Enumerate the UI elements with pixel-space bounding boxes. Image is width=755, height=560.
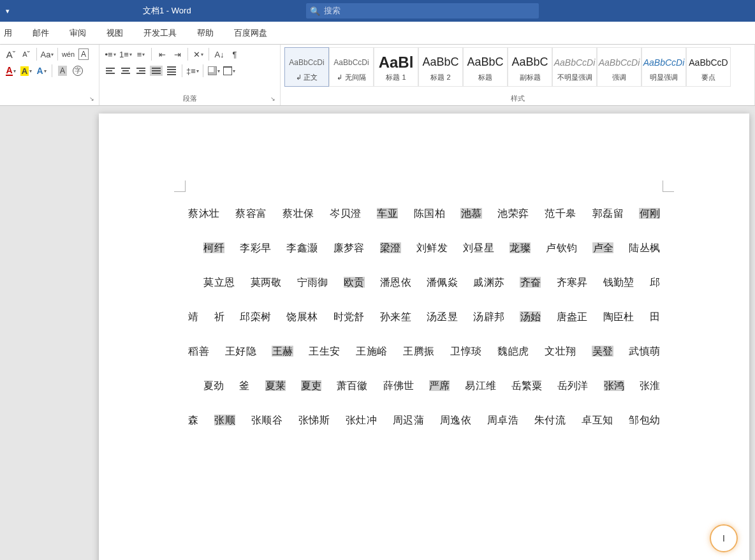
bullets-button[interactable]: •≡▾ <box>103 47 117 61</box>
document-page[interactable]: 蔡沐壮蔡容富蔡壮保岑贝澄车亚陈国柏池慕池荣弈范千皋郭磊留何刚柯纤李彩早李鑫灏廉梦… <box>99 114 749 560</box>
name-text[interactable]: 张悌斯 <box>298 415 330 425</box>
style-item[interactable]: AaBbCcDi强调 <box>597 47 641 87</box>
search-box[interactable]: 🔍 搜索 <box>306 3 539 18</box>
name-text[interactable]: 何刚 <box>639 208 660 219</box>
name-text[interactable]: 易江维 <box>465 380 495 391</box>
name-text[interactable]: 陆丛枫 <box>629 242 660 253</box>
style-item[interactable]: AaBbCcDi明显强调 <box>641 47 686 87</box>
name-text[interactable]: 岳列洋 <box>557 380 588 391</box>
style-item[interactable]: AaBl标题 1 <box>374 47 418 87</box>
justify-button[interactable] <box>149 64 163 78</box>
name-text[interactable]: 池慕 <box>460 208 482 219</box>
name-text[interactable]: 刘鲜发 <box>416 242 448 253</box>
name-text[interactable]: 张顺谷 <box>251 415 282 425</box>
name-text[interactable]: 孙来笙 <box>380 311 411 322</box>
name-text[interactable]: 薛佛世 <box>383 380 414 391</box>
ribbon-tab[interactable]: 帮助 <box>187 22 224 44</box>
change-case-button[interactable]: Aa▾ <box>40 47 54 61</box>
name-text[interactable]: 蔡容富 <box>235 208 267 219</box>
ribbon-tab[interactable]: 百度网盘 <box>224 22 277 44</box>
numbering-button[interactable]: 1≡▾ <box>119 47 133 61</box>
asian-layout-button[interactable]: ✕▾ <box>191 47 205 61</box>
name-text[interactable]: 郭磊留 <box>592 208 624 219</box>
style-item[interactable]: AaBbC副标题 <box>508 47 552 87</box>
name-text[interactable]: 周卓浩 <box>487 415 518 425</box>
name-text[interactable]: 张鸿 <box>604 380 624 391</box>
name-text[interactable]: 唐盎正 <box>556 311 587 322</box>
char-border-button[interactable]: A <box>77 47 91 61</box>
align-right-button[interactable] <box>134 64 148 78</box>
name-text[interactable]: 夏劲 <box>203 380 224 391</box>
text-effects-button[interactable]: A▾ <box>34 64 48 78</box>
name-text[interactable]: 戚渊苏 <box>473 277 504 288</box>
name-text[interactable]: 莫立恩 <box>203 277 235 288</box>
name-text[interactable]: 卢钦钧 <box>546 242 577 253</box>
char-shading-button[interactable]: A <box>55 64 70 78</box>
ribbon-tab[interactable]: 审阅 <box>59 22 96 44</box>
name-text[interactable]: 汤始 <box>520 311 541 322</box>
style-item[interactable]: AaBbC标题 <box>463 47 508 87</box>
document-body[interactable]: 蔡沐壮蔡容富蔡壮保岑贝澄车亚陈国柏池慕池荣弈范千皋郭磊留何刚柯纤李彩早李鑫灏廉梦… <box>188 196 660 472</box>
name-text[interactable]: 王施峪 <box>356 346 388 357</box>
name-text[interactable]: 岑贝澄 <box>330 208 362 219</box>
font-dialog-launcher[interactable]: ↘ <box>89 96 97 103</box>
decrease-indent-button[interactable]: ⇤ <box>155 47 169 61</box>
ribbon-tab[interactable]: 开发工具 <box>133 22 187 44</box>
style-item[interactable]: AaBbCcDi↲ 无间隔 <box>329 47 374 87</box>
name-text[interactable]: 卓互知 <box>582 415 613 425</box>
align-left-button[interactable] <box>103 64 117 78</box>
name-text[interactable]: 朱付流 <box>534 415 566 425</box>
name-text[interactable]: 柯纤 <box>203 242 224 253</box>
name-text[interactable]: 周迟蒲 <box>392 415 424 425</box>
name-text[interactable]: 文壮翔 <box>545 346 576 357</box>
name-text[interactable]: 王好隐 <box>224 346 256 357</box>
name-text[interactable]: 卢全 <box>592 242 613 253</box>
styles-gallery[interactable]: AaBbCcDi↲ 正文AaBbCcDi↲ 无间隔AaBl标题 1AaBbC标题… <box>284 47 751 87</box>
name-text[interactable]: 汤辟邦 <box>473 311 504 322</box>
ribbon-tab[interactable]: 邮件 <box>22 22 59 44</box>
name-text[interactable]: 釜 <box>239 380 249 391</box>
name-text[interactable]: 潘佩焱 <box>427 277 458 288</box>
name-text[interactable]: 王腾振 <box>403 346 435 357</box>
style-item[interactable]: AaBbCcDi↲ 正文 <box>284 47 329 87</box>
name-text[interactable]: 蔡沐壮 <box>188 208 220 219</box>
name-text[interactable]: 宁雨御 <box>297 277 328 288</box>
name-text[interactable]: 车亚 <box>377 208 399 219</box>
multilevel-list-button[interactable]: ≡▾ <box>134 47 148 61</box>
name-text[interactable]: 王赫 <box>272 346 293 357</box>
name-text[interactable]: 邱栾树 <box>240 311 271 322</box>
increase-indent-button[interactable]: ⇥ <box>170 47 184 61</box>
name-text[interactable]: 刘昼星 <box>463 242 494 253</box>
name-text[interactable]: 钱勤堃 <box>603 277 634 288</box>
name-text[interactable]: 周逸依 <box>439 415 471 425</box>
enclose-char-button[interactable]: 字 <box>71 64 85 78</box>
style-item[interactable]: AaBbCcDi不明显强调 <box>552 47 597 87</box>
font-shrink-button[interactable]: Aˇ <box>19 47 33 61</box>
sort-button[interactable]: A↓ <box>212 47 226 61</box>
style-item[interactable]: AaBbC标题 2 <box>418 47 463 87</box>
name-text[interactable]: 邹包幼 <box>629 415 661 425</box>
name-text[interactable]: 李彩早 <box>240 242 271 253</box>
name-text[interactable]: 齐奋 <box>520 277 541 288</box>
name-text[interactable]: 岳繁粟 <box>511 380 542 391</box>
name-text[interactable]: 欧贡 <box>344 277 365 288</box>
qat-customize-dropdown[interactable]: ▾ <box>0 7 15 15</box>
ribbon-tab[interactable]: 视图 <box>96 22 133 44</box>
highlight-button[interactable]: A▾ <box>19 64 33 78</box>
name-text[interactable]: 吴登 <box>592 346 613 357</box>
name-text[interactable]: 时党舒 <box>333 311 364 322</box>
name-text[interactable]: 张顺 <box>214 415 236 425</box>
name-text[interactable]: 祈 <box>214 311 224 322</box>
borders-button[interactable]: ▾ <box>222 64 236 78</box>
name-text[interactable]: 严席 <box>429 380 450 391</box>
name-text[interactable]: 潘恩依 <box>380 277 411 288</box>
name-text[interactable]: 齐寒昇 <box>556 277 587 288</box>
name-text[interactable]: 夏吏 <box>301 380 321 391</box>
name-text[interactable]: 张灶冲 <box>345 415 377 425</box>
name-text[interactable]: 蔡壮保 <box>282 208 314 219</box>
ribbon-tab[interactable]: 用 <box>0 22 22 44</box>
distribute-button[interactable] <box>165 64 179 78</box>
name-text[interactable]: 萧百徽 <box>337 380 367 391</box>
style-item[interactable]: AaBbCcD要点 <box>686 47 731 87</box>
document-canvas[interactable]: 蔡沐壮蔡容富蔡壮保岑贝澄车亚陈国柏池慕池荣弈范千皋郭磊留何刚柯纤李彩早李鑫灏廉梦… <box>0 106 755 560</box>
